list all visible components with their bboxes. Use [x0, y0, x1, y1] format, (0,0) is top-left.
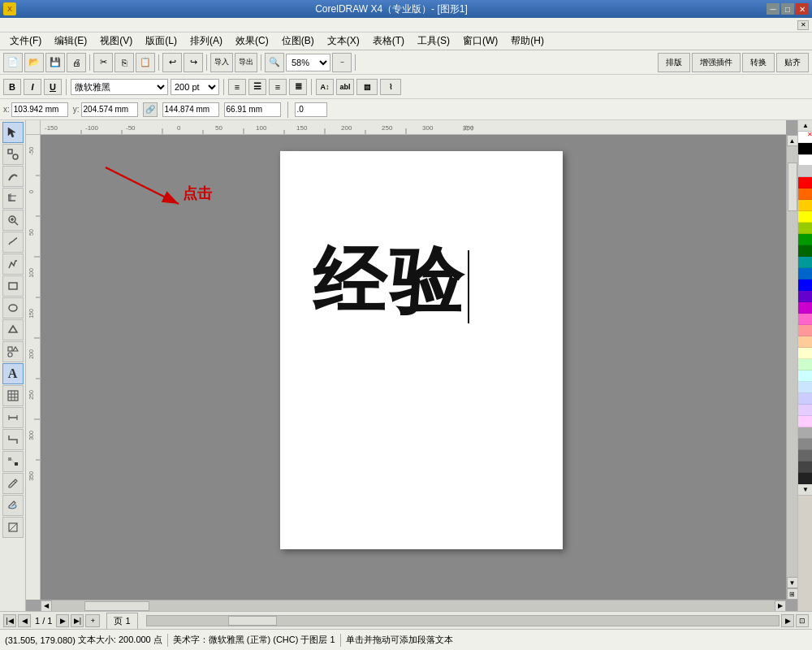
- zoom-in-button[interactable]: 🔍: [265, 53, 284, 72]
- swatch-lavender[interactable]: [798, 393, 812, 405]
- justify-button[interactable]: ≣: [289, 79, 307, 95]
- menu-window[interactable]: 窗口(W): [456, 32, 504, 50]
- open-button[interactable]: 📂: [24, 53, 44, 72]
- swatch-gray1[interactable]: [798, 166, 812, 177]
- vertical-scrollbar[interactable]: ▲ ▼ ⊞: [786, 135, 797, 600]
- last-page-button[interactable]: ▶|: [71, 614, 84, 627]
- import-button[interactable]: 导入: [210, 53, 233, 72]
- menu-file[interactable]: 文件(F): [3, 32, 48, 50]
- save-button[interactable]: 💾: [45, 53, 65, 72]
- swatch-yellow[interactable]: [798, 211, 812, 223]
- table-tool[interactable]: [2, 385, 24, 406]
- shape-tool[interactable]: [2, 144, 24, 165]
- palette-scroll-up[interactable]: ▲: [798, 120, 812, 132]
- scroll-track-v[interactable]: [787, 146, 798, 577]
- menu-layout[interactable]: 版面(L): [139, 32, 184, 50]
- paste-button[interactable]: 📋: [136, 53, 155, 72]
- menu-effects[interactable]: 效果(C): [229, 32, 275, 50]
- blend-tool[interactable]: [2, 451, 24, 472]
- font-size-dropdown[interactable]: 200 pt: [171, 79, 219, 95]
- swatch-gray3[interactable]: [798, 439, 812, 450]
- x-input[interactable]: [11, 102, 68, 117]
- next-page-button[interactable]: ▶: [56, 614, 69, 627]
- cut-button[interactable]: ✂: [93, 53, 113, 72]
- scroll-up-button[interactable]: ▲: [787, 135, 798, 146]
- crop-tool[interactable]: [2, 188, 24, 209]
- basic-shapes-tool[interactable]: [2, 341, 24, 362]
- page1-tab[interactable]: 页 1: [106, 613, 137, 629]
- transparency-tool[interactable]: [2, 517, 24, 538]
- align-center-button[interactable]: ☰: [248, 79, 266, 95]
- swatch-light-green[interactable]: [798, 359, 812, 370]
- y-input[interactable]: [81, 102, 138, 117]
- scroll-down-button[interactable]: ▼: [787, 577, 798, 588]
- scroll-left-button[interactable]: ◀: [41, 600, 52, 612]
- menu-view[interactable]: 视图(V): [93, 32, 139, 50]
- close-button[interactable]: ✕: [796, 3, 809, 15]
- swatch-pink[interactable]: [798, 314, 812, 325]
- swatch-light-pink[interactable]: [798, 416, 812, 427]
- palette-scroll-down[interactable]: ▼: [798, 484, 812, 496]
- add-page-button[interactable]: +: [85, 614, 100, 627]
- minimize-button[interactable]: ─: [767, 3, 780, 15]
- columns-button[interactable]: ⌇: [380, 79, 401, 95]
- first-page-button[interactable]: |◀: [3, 614, 16, 627]
- page-hscroll-thumb[interactable]: [228, 616, 277, 626]
- connector-tool[interactable]: [2, 429, 24, 450]
- scroll-thumb-v[interactable]: [788, 162, 797, 211]
- fill-tool[interactable]: [2, 495, 24, 516]
- swatch-gray5[interactable]: [798, 462, 812, 473]
- swatch-black[interactable]: [798, 143, 812, 154]
- scroll-track-h[interactable]: [52, 600, 775, 612]
- bold-button[interactable]: B: [3, 79, 21, 95]
- menu-edit[interactable]: 编辑(E): [48, 32, 93, 50]
- swatch-peach[interactable]: [798, 336, 812, 348]
- print-button[interactable]: 🖨: [67, 53, 86, 72]
- export-button[interactable]: 导出: [235, 53, 257, 72]
- swatch-light-red[interactable]: [798, 325, 812, 336]
- view-zoom-button[interactable]: ⊡: [796, 614, 809, 627]
- new-button[interactable]: 📄: [3, 53, 23, 72]
- swatch-magenta[interactable]: [798, 302, 812, 314]
- dimension-tool[interactable]: [2, 407, 24, 428]
- w-input[interactable]: [162, 102, 219, 117]
- smart-draw-tool[interactable]: [2, 254, 24, 275]
- swatch-cream[interactable]: [798, 348, 812, 359]
- page-fit-button[interactable]: ⊞: [787, 588, 798, 600]
- rectangle-tool[interactable]: [2, 275, 24, 297]
- swatch-purple[interactable]: [798, 291, 812, 302]
- swatch-yellow-green[interactable]: [798, 223, 812, 234]
- char-spacing-button[interactable]: A↕: [316, 79, 334, 95]
- undo-button[interactable]: ↩: [162, 53, 182, 72]
- menu-bitmap[interactable]: 位图(B): [275, 32, 321, 50]
- zoom-dropdown[interactable]: 58% 100% 50%: [286, 54, 330, 72]
- swatch-blue[interactable]: [798, 268, 812, 280]
- swatch-green[interactable]: [798, 234, 812, 245]
- inner-close[interactable]: ✕: [797, 20, 809, 30]
- align-left-button[interactable]: ≡: [228, 79, 246, 95]
- ellipse-tool[interactable]: [2, 297, 24, 318]
- text-tool[interactable]: A: [2, 363, 24, 384]
- swatch-lilac[interactable]: [798, 405, 812, 416]
- line-spacing-button[interactable]: abl: [336, 79, 354, 95]
- swatch-light-blue[interactable]: [798, 382, 812, 393]
- swatch-teal[interactable]: [798, 257, 812, 268]
- swatch-dark[interactable]: [798, 473, 812, 484]
- zoom-tool[interactable]: [2, 210, 24, 231]
- menu-text[interactable]: 文本(X): [321, 32, 366, 50]
- menu-table[interactable]: 表格(T): [366, 32, 411, 50]
- swatch-light-cyan[interactable]: [798, 370, 812, 382]
- text-frame-button[interactable]: ▤: [356, 79, 378, 95]
- italic-button[interactable]: I: [24, 79, 41, 95]
- copy-button[interactable]: ⎘: [114, 53, 134, 72]
- align-right-button[interactable]: ≡: [269, 79, 287, 95]
- swatch-red[interactable]: [798, 177, 812, 188]
- rank-button[interactable]: 排版: [658, 53, 690, 72]
- eyedropper-tool[interactable]: [2, 473, 24, 494]
- page-scroll-right[interactable]: ▶: [781, 614, 794, 627]
- scroll-right-button[interactable]: ▶: [775, 600, 786, 612]
- lock-aspect-button[interactable]: 🔗: [143, 102, 158, 117]
- scroll-thumb-h[interactable]: [84, 601, 149, 611]
- zoom-out-button[interactable]: －: [332, 53, 352, 72]
- freehand-tool[interactable]: [2, 232, 24, 253]
